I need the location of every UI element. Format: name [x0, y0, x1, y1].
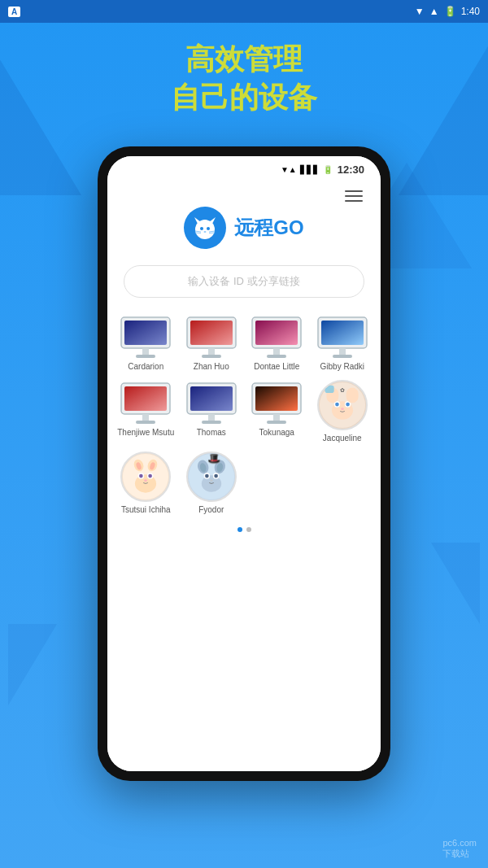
svg-point-43 — [346, 403, 350, 407]
svg-rect-28 — [142, 414, 149, 421]
svg-rect-31 — [190, 386, 233, 411]
svg-point-42 — [335, 403, 339, 407]
svg-rect-24 — [339, 348, 346, 355]
phone-status-bar: ▼▲ ▋▋▋ 🔋 12:30 — [107, 156, 381, 182]
svg-line-7 — [195, 233, 201, 233]
status-left: A — [8, 7, 20, 17]
device-label: Jacqueline — [323, 434, 362, 443]
phone-battery: 🔋 — [323, 165, 333, 174]
svg-rect-16 — [208, 348, 215, 355]
svg-rect-37 — [267, 421, 286, 424]
svg-rect-17 — [202, 355, 221, 358]
svg-rect-36 — [273, 414, 280, 421]
svg-rect-35 — [255, 386, 298, 411]
svg-rect-25 — [333, 355, 352, 358]
phone-signals: ▼▲ ▋▋▋ 🔋 — [281, 165, 333, 174]
device-item[interactable]: ✿ Jacqueline — [314, 380, 372, 443]
monitor-icon — [249, 314, 304, 359]
svg-line-9 — [209, 233, 215, 233]
svg-point-70 — [210, 479, 213, 482]
hamburger-menu[interactable] — [345, 190, 363, 202]
svg-point-57 — [139, 474, 143, 478]
app-logo-area: 远程GO — [107, 182, 381, 265]
phone-mockup: ▼▲ ▋▋▋ 🔋 12:30 — [98, 146, 390, 781]
svg-rect-11 — [124, 321, 167, 345]
avatar: ✿ — [317, 380, 368, 430]
hero-line2: 自己的设备 — [0, 79, 488, 117]
hero-line1: 高效管理 — [0, 41, 488, 79]
device-item[interactable]: Thomas — [183, 380, 241, 443]
search-bar[interactable]: 输入设备 ID 或分享链接 — [124, 265, 364, 298]
page-dot-1 — [237, 527, 242, 532]
svg-point-4 — [207, 227, 210, 230]
svg-rect-47 — [325, 386, 333, 393]
device-label: Cardarion — [128, 362, 163, 372]
device-item[interactable]: Zhan Huo — [183, 314, 241, 372]
device-item[interactable]: Cardarion — [117, 314, 175, 372]
monitor-icon — [184, 380, 239, 425]
device-item[interactable]: Tsutsui Ichiha — [117, 451, 175, 515]
svg-point-58 — [149, 474, 153, 478]
deco-5 — [431, 543, 480, 624]
monitor-icon — [118, 380, 173, 425]
device-item[interactable]: Dontae Little — [248, 314, 306, 372]
svg-rect-19 — [255, 321, 298, 345]
app-name: 远程GO — [234, 215, 303, 241]
phone-screen: ▼▲ ▋▋▋ 🔋 12:30 — [107, 156, 381, 771]
svg-rect-20 — [273, 348, 280, 355]
svg-point-59 — [144, 479, 147, 482]
hamburger-line3 — [345, 200, 363, 202]
watermark-sub: 下载站 — [442, 848, 469, 858]
status-right: ▼ ▲ 🔋 1:40 — [415, 6, 480, 17]
signal-icon: ▼ — [415, 6, 425, 17]
hamburger-line1 — [345, 190, 363, 192]
svg-point-68 — [205, 474, 209, 478]
watermark-site: pc6 — [442, 838, 457, 848]
svg-rect-27 — [124, 386, 167, 411]
device-label: Thenjiwe Msutu — [117, 428, 174, 438]
device-item[interactable]: Gibby Radki — [314, 314, 372, 372]
monitor-icon — [184, 314, 239, 359]
android-indicator: A — [8, 7, 20, 17]
wifi-icon: ▲ — [429, 6, 439, 17]
watermark-domain: .com — [457, 838, 477, 848]
monitor-icon — [249, 380, 304, 425]
watermark: pc6.com 下载站 — [442, 838, 477, 860]
hamburger-line2 — [345, 195, 363, 197]
svg-text:✿: ✿ — [340, 386, 345, 394]
phone-content: 远程GO 输入设备 ID 或分享链接 CardarionZhan HuoDont… — [107, 182, 381, 771]
svg-rect-23 — [321, 321, 364, 345]
page-indicator — [107, 527, 381, 532]
svg-rect-32 — [208, 414, 215, 421]
device-label: Fyodor — [198, 505, 224, 515]
svg-point-5 — [204, 231, 207, 233]
device-label: Thomas — [197, 428, 226, 438]
search-placeholder: 输入设备 ID 或分享链接 — [188, 275, 299, 287]
svg-rect-29 — [136, 421, 155, 424]
svg-rect-12 — [142, 348, 149, 355]
hero-text: 高效管理 自己的设备 — [0, 41, 488, 117]
device-label: Gibby Radki — [320, 362, 364, 372]
svg-rect-15 — [190, 321, 233, 345]
avatar — [120, 451, 171, 502]
svg-rect-33 — [202, 421, 221, 424]
avatar: 🎩 — [186, 451, 237, 502]
os-status-bar: A ▼ ▲ 🔋 1:40 — [0, 0, 488, 23]
svg-text:🎩: 🎩 — [207, 451, 221, 465]
phone-time: 12:30 — [338, 164, 364, 176]
svg-rect-46 — [346, 387, 358, 403]
phone-signal: ▋▋▋ — [300, 165, 320, 174]
os-time: 1:40 — [461, 6, 480, 17]
device-item[interactable]: 🎩 Fyodor — [183, 451, 241, 515]
device-label: Zhan Huo — [194, 362, 229, 372]
deco-4 — [8, 624, 57, 705]
device-label: Dontae Little — [254, 362, 299, 372]
device-grid: CardarionZhan HuoDontae LittleGibby Radk… — [107, 314, 381, 515]
svg-point-69 — [214, 474, 218, 478]
svg-rect-13 — [136, 355, 155, 358]
device-item[interactable]: Thenjiwe Msutu — [117, 380, 175, 443]
page-dot-2 — [246, 527, 251, 532]
device-item[interactable]: Tokunaga — [248, 380, 306, 443]
svg-point-3 — [200, 227, 203, 230]
app-logo-icon — [184, 207, 226, 249]
